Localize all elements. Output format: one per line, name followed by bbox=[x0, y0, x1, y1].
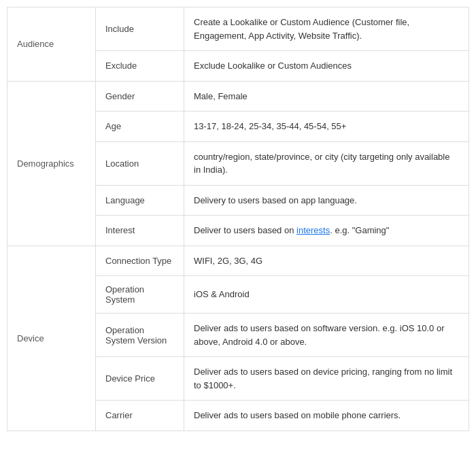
field-cell: Gender bbox=[96, 81, 184, 112]
field-cell: Language bbox=[96, 185, 184, 216]
field-cell: Device Price bbox=[96, 357, 184, 401]
value-cell: Male, Female bbox=[184, 81, 469, 112]
value-cell: Exclude Lookalike or Custom Audiences bbox=[184, 51, 469, 82]
value-cell: 13-17, 18-24, 25-34, 35-44, 45-54, 55+ bbox=[184, 112, 469, 142]
value-cell: Create a Lookalike or Custom Audience (C… bbox=[184, 7, 469, 51]
field-cell: Operation System Version bbox=[96, 314, 184, 357]
field-cell: Include bbox=[96, 7, 184, 51]
targeting-table: AudienceIncludeCreate a Lookalike or Cus… bbox=[7, 7, 469, 431]
field-cell: Operation System bbox=[96, 276, 184, 314]
field-cell: Exclude bbox=[96, 51, 184, 82]
value-cell: Deliver ads to users based on device pri… bbox=[184, 357, 469, 401]
value-cell: Deliver ads to users based on mobile pho… bbox=[184, 401, 469, 431]
field-cell: Interest bbox=[96, 216, 184, 246]
interests-link[interactable]: interests bbox=[296, 225, 330, 235]
category-cell: Demographics bbox=[7, 81, 96, 246]
value-cell: Deliver to users based on interests. e.g… bbox=[184, 216, 469, 246]
value-cell: Delivery to users based on app language. bbox=[184, 185, 469, 216]
field-cell: Carrier bbox=[96, 401, 184, 431]
field-cell: Connection Type bbox=[96, 246, 184, 276]
value-cell: country/region, state/province, or city … bbox=[184, 141, 469, 185]
category-cell: Audience bbox=[7, 7, 96, 82]
category-cell: Device bbox=[7, 246, 96, 431]
field-cell: Age bbox=[96, 112, 184, 142]
value-cell: iOS & Android bbox=[184, 276, 469, 314]
value-cell: Deliver ads to users based on software v… bbox=[184, 314, 469, 357]
field-cell: Location bbox=[96, 141, 184, 185]
value-cell: WIFI, 2G, 3G, 4G bbox=[184, 246, 469, 276]
